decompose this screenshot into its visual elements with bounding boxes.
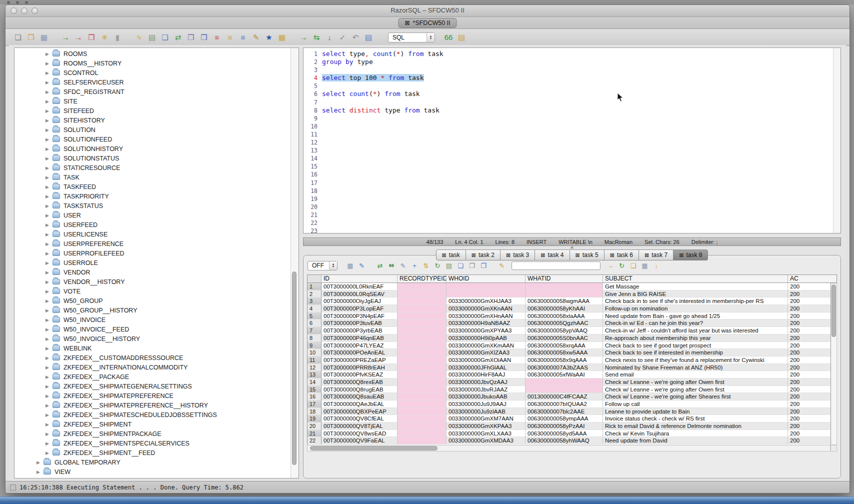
cell-whatid[interactable]: 006300000058xrqAAA bbox=[526, 342, 603, 350]
row-number-cell[interactable]: 5 bbox=[308, 312, 322, 320]
cell-subject[interactable]: Check w/ Leanne - we're going after Owen… bbox=[603, 386, 788, 394]
cell-subject[interactable]: Nominated by Shane Freeman at ANZ (HR50) bbox=[603, 364, 788, 372]
cell-ac[interactable]: 200 bbox=[788, 312, 830, 320]
cell-subject[interactable]: Need update from David bbox=[603, 437, 788, 444]
row-number-cell[interactable]: 18 bbox=[308, 408, 322, 416]
collapse-triangle-icon[interactable]: ▶ bbox=[46, 270, 52, 275]
cell-whoid[interactable]: 0033000000GmXOiAAN bbox=[446, 356, 526, 364]
collapse-triangle-icon[interactable]: ▶ bbox=[46, 280, 52, 284]
collapse-triangle-icon[interactable]: ▶ bbox=[46, 422, 52, 427]
sidebar-item-userlicense[interactable]: ▶USERLICENSE bbox=[14, 230, 291, 239]
cell-ac[interactable]: 200 bbox=[788, 334, 830, 342]
splitter-grip-icon[interactable] bbox=[570, 246, 574, 248]
row-number-cell[interactable]: 12 bbox=[308, 364, 322, 372]
collapse-triangle-icon[interactable]: ▶ bbox=[46, 384, 52, 389]
grid-vertical-scrollbar-thumb[interactable] bbox=[832, 284, 836, 337]
cell-ac[interactable]: 200 bbox=[788, 437, 830, 444]
collapse-triangle-icon[interactable]: ▶ bbox=[46, 184, 52, 190]
describe-glasses-icon[interactable]: 66 bbox=[444, 32, 454, 42]
dock-bar[interactable] bbox=[0, 496, 854, 504]
collapse-triangle-icon[interactable]: ▶ bbox=[46, 318, 52, 322]
edit-cell-icon[interactable]: ✎ bbox=[398, 261, 408, 270]
collapse-triangle-icon[interactable]: ▶ bbox=[46, 204, 52, 208]
collapse-triangle-icon[interactable]: ▶ bbox=[46, 289, 52, 294]
row-number-cell[interactable]: 13 bbox=[308, 371, 322, 378]
sidebar-item-w50-invoice[interactable]: ▶W50_INVOICE bbox=[14, 315, 291, 324]
cell-whoid[interactable]: 0033000000JFhGlAAL bbox=[446, 364, 526, 372]
sidebar-item-site[interactable]: ▶SITE bbox=[14, 96, 291, 106]
highlight-pen-icon[interactable]: ✎ bbox=[498, 261, 506, 270]
sidebar-item-zkfedex-customaddresssource[interactable]: ▶ZKFEDEX__CUSTOMADDRESSSOURCE bbox=[14, 353, 291, 362]
tab-close-icon[interactable]: ⊠ bbox=[576, 252, 580, 258]
notes-icon[interactable]: ❏ bbox=[629, 261, 638, 270]
cell-whatid[interactable]: 0013000000C4fFCAAZ bbox=[526, 393, 603, 400]
sidebar-item-zkfedex-internationalcommodity[interactable]: ▶ZKFEDEX__INTERNATIONALCOMMODITY bbox=[14, 362, 291, 372]
page-icon[interactable]: ❏ bbox=[456, 261, 465, 270]
table-row[interactable]: 2100T3000000QV8wsEAD0033000000GmXLXAA300… bbox=[308, 430, 830, 438]
sidebar-item-solutionfeed[interactable]: ▶SOLUTIONFEED bbox=[14, 134, 291, 144]
cell-subject[interactable]: Check w/ Leanne - we're going after Shea… bbox=[603, 393, 788, 400]
sidebar-item-zkfedex-shipmatescheduledjobssettings[interactable]: ▶ZKFEDEX__SHIPMATESCHEDULEDJOBSSETTINGS bbox=[14, 410, 291, 420]
cell-recordtypeid[interactable] bbox=[398, 327, 446, 334]
table-row[interactable]: 1200T3000000PRR8rEAH0033000000JFhGlAAL00… bbox=[308, 364, 830, 372]
collapse-triangle-icon[interactable]: ▶ bbox=[46, 175, 52, 180]
reexecute-icon[interactable]: ⇆ bbox=[312, 32, 322, 42]
refresh-results-icon[interactable]: ⇄ bbox=[376, 261, 384, 270]
cell-id[interactable]: 00T3000000P3tuvEAB bbox=[322, 320, 398, 327]
collapse-triangle-icon[interactable]: ▶ bbox=[46, 346, 52, 351]
table-row[interactable]: 900T3000000P47LYEAZ0033000000GmXKmAAN006… bbox=[308, 342, 830, 350]
cell-id[interactable]: 00T3000000QV8CfEAL bbox=[322, 415, 398, 422]
row-number-cell[interactable]: 20 bbox=[308, 422, 322, 430]
edit-pen-icon[interactable]: ✎ bbox=[251, 32, 261, 42]
collapse-triangle-icon[interactable]: ▶ bbox=[46, 298, 52, 304]
cell-whatid[interactable]: 006300000058ypVAAQ bbox=[526, 327, 603, 334]
cell-ac[interactable]: 200 bbox=[788, 342, 830, 350]
cell-ac[interactable]: 200 bbox=[788, 298, 830, 305]
collapse-triangle-icon[interactable]: ▶ bbox=[46, 441, 52, 446]
grid-vertical-scrollbar[interactable] bbox=[830, 283, 837, 445]
cell-recordtypeid[interactable] bbox=[398, 298, 446, 305]
cell-ac[interactable]: 200 bbox=[788, 378, 830, 386]
editor-scrollbar[interactable] bbox=[833, 48, 840, 233]
cell-whatid[interactable]: 006300000058yhWAAQ bbox=[526, 437, 603, 444]
results-search-input[interactable] bbox=[512, 262, 600, 270]
align-list-icon[interactable]: ≡ bbox=[238, 32, 248, 42]
sidebar-item-weblink[interactable]: ▶WEBLINK bbox=[14, 344, 291, 353]
row-number-cell[interactable]: 1 bbox=[308, 283, 322, 290]
cell-subject[interactable]: Check nexis to see if they've found a re… bbox=[603, 356, 788, 364]
statements-list-icon[interactable]: ≡ bbox=[212, 32, 222, 42]
collapse-triangle-icon[interactable]: ▶ bbox=[46, 432, 52, 436]
sidebar-item-view[interactable]: ▶VIEW bbox=[14, 467, 291, 476]
refresh-file-icon[interactable]: ⇄ bbox=[173, 32, 183, 42]
checklist-icon[interactable]: ▤ bbox=[147, 32, 157, 42]
new-connection-icon[interactable]: ✳ bbox=[100, 32, 110, 42]
table-row[interactable]: 1900T3000000QV8CfEAL0033000000GmXM7AAN00… bbox=[308, 415, 830, 422]
tree-scrollbar-thumb[interactable] bbox=[292, 272, 296, 465]
document-tab[interactable]: ⊠ *SFDCW50 II bbox=[398, 18, 456, 28]
sort-results-icon[interactable]: ≡ bbox=[225, 32, 235, 42]
commit-check-icon[interactable]: ✓ bbox=[338, 32, 348, 42]
row-number-cell[interactable]: 17 bbox=[308, 400, 322, 408]
cell-whoid[interactable]: 0033000000GmXKmAAN bbox=[446, 342, 526, 350]
cell-id[interactable]: 00T3000000P3N4pEAF bbox=[322, 312, 398, 320]
cell-subject[interactable]: Check back in to see if she's interested… bbox=[603, 298, 788, 305]
collapse-triangle-icon[interactable]: ▶ bbox=[46, 99, 52, 104]
fetch-down-icon[interactable]: ↓ bbox=[324, 32, 334, 42]
row-number-cell[interactable]: 11 bbox=[308, 356, 322, 364]
cell-recordtypeid[interactable] bbox=[398, 283, 446, 290]
cell-subject[interactable]: Rick to email David & reference Delmonte… bbox=[603, 422, 788, 430]
filter-results-icon[interactable]: ✎ bbox=[358, 261, 366, 270]
collapse-triangle-icon[interactable]: ▶ bbox=[46, 52, 52, 56]
row-number-cell[interactable]: 19 bbox=[308, 415, 322, 422]
cell-ac[interactable]: 200 bbox=[788, 371, 830, 378]
row-number-cell[interactable]: 2 bbox=[308, 290, 322, 298]
cell-whatid[interactable] bbox=[526, 290, 603, 298]
cell-ac[interactable]: 200 bbox=[788, 386, 830, 394]
grid-horizontal-scrollbar-thumb[interactable] bbox=[310, 446, 438, 450]
cell-id[interactable]: 00T3000000P3LopEAF bbox=[322, 305, 398, 312]
cell-whoid[interactable]: 0033000000GmXIZAA3 bbox=[446, 349, 526, 356]
sidebar-item-userfeed[interactable]: ▶USERFEED bbox=[14, 220, 291, 230]
columns-settings-icon[interactable]: ▤ bbox=[444, 261, 454, 270]
cell-whatid[interactable]: 00630000005xfWaAAI bbox=[526, 371, 603, 378]
cell-subject[interactable]: Need update from Bain - gave go ahead 1/… bbox=[603, 312, 788, 320]
